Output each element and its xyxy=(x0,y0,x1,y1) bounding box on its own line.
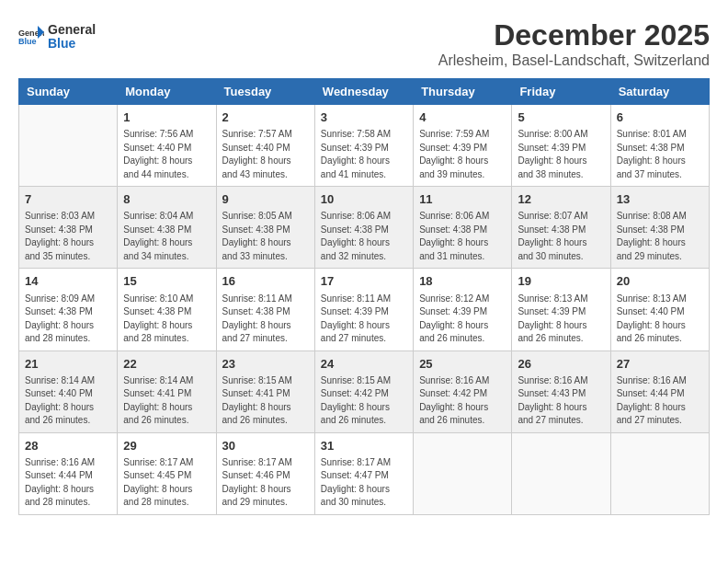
day-info: Sunrise: 8:13 AMSunset: 4:39 PMDaylight:… xyxy=(518,293,604,346)
day-info: Sunrise: 8:04 AMSunset: 4:38 PMDaylight:… xyxy=(123,210,210,263)
day-number: 3 xyxy=(321,109,407,126)
day-number: 29 xyxy=(123,438,210,454)
day-info: Sunrise: 8:06 AMSunset: 4:38 PMDaylight:… xyxy=(419,210,506,263)
day-number: 12 xyxy=(518,191,604,208)
calendar-day-cell: 10Sunrise: 8:06 AMSunset: 4:38 PMDayligh… xyxy=(314,187,413,269)
day-info: Sunrise: 8:00 AMSunset: 4:39 PMDaylight:… xyxy=(518,128,604,181)
day-info: Sunrise: 8:14 AMSunset: 4:40 PMDaylight:… xyxy=(25,374,111,428)
calendar-day-cell: 30Sunrise: 8:17 AMSunset: 4:46 PMDayligh… xyxy=(216,432,314,514)
calendar-day-cell: 18Sunrise: 8:12 AMSunset: 4:39 PMDayligh… xyxy=(414,269,512,350)
day-info: Sunrise: 8:03 AMSunset: 4:38 PMDaylight:… xyxy=(25,210,111,263)
calendar-day-cell: 28Sunrise: 8:16 AMSunset: 4:44 PMDayligh… xyxy=(19,432,118,514)
day-number: 22 xyxy=(123,356,210,373)
calendar-week-row: 7Sunrise: 8:03 AMSunset: 4:38 PMDaylight… xyxy=(19,187,710,269)
calendar-day-cell: 9Sunrise: 8:05 AMSunset: 4:38 PMDaylight… xyxy=(216,187,314,269)
day-info: Sunrise: 7:59 AMSunset: 4:39 PMDaylight:… xyxy=(419,128,506,181)
calendar-day-cell xyxy=(414,432,512,514)
header: General Blue General Blue December 2025 … xyxy=(18,18,710,69)
day-number: 30 xyxy=(222,438,309,454)
calendar-day-header: Wednesday xyxy=(314,79,413,105)
day-info: Sunrise: 8:08 AMSunset: 4:38 PMDaylight:… xyxy=(617,210,703,263)
day-number: 21 xyxy=(25,356,111,373)
day-info: Sunrise: 8:07 AMSunset: 4:38 PMDaylight:… xyxy=(518,210,604,263)
day-number: 13 xyxy=(617,191,703,208)
calendar-day-cell: 29Sunrise: 8:17 AMSunset: 4:45 PMDayligh… xyxy=(118,432,216,514)
day-info: Sunrise: 8:11 AMSunset: 4:38 PMDaylight:… xyxy=(222,293,309,346)
day-info: Sunrise: 8:15 AMSunset: 4:41 PMDaylight:… xyxy=(222,374,309,428)
day-number: 20 xyxy=(617,273,703,290)
calendar-week-row: 21Sunrise: 8:14 AMSunset: 4:40 PMDayligh… xyxy=(19,350,710,432)
logo-blue: Blue xyxy=(48,36,75,51)
calendar-day-cell: 23Sunrise: 8:15 AMSunset: 4:41 PMDayligh… xyxy=(216,350,314,432)
svg-text:Blue: Blue xyxy=(18,38,37,47)
day-info: Sunrise: 7:57 AMSunset: 4:40 PMDaylight:… xyxy=(222,128,309,181)
day-info: Sunrise: 8:16 AMSunset: 4:43 PMDaylight:… xyxy=(518,374,604,428)
calendar-day-cell: 3Sunrise: 7:58 AMSunset: 4:39 PMDaylight… xyxy=(314,105,413,187)
day-info: Sunrise: 8:15 AMSunset: 4:42 PMDaylight:… xyxy=(321,374,407,428)
calendar-day-cell: 27Sunrise: 8:16 AMSunset: 4:44 PMDayligh… xyxy=(610,350,709,432)
day-number: 2 xyxy=(222,109,309,126)
day-info: Sunrise: 8:01 AMSunset: 4:38 PMDaylight:… xyxy=(617,128,703,181)
calendar-day-cell: 15Sunrise: 8:10 AMSunset: 4:38 PMDayligh… xyxy=(118,269,216,350)
calendar-day-cell: 6Sunrise: 8:01 AMSunset: 4:38 PMDaylight… xyxy=(610,105,709,187)
day-number: 19 xyxy=(518,273,604,290)
calendar: SundayMondayTuesdayWednesdayThursdayFrid… xyxy=(18,78,710,515)
day-info: Sunrise: 8:16 AMSunset: 4:44 PMDaylight:… xyxy=(617,374,703,428)
day-info: Sunrise: 8:11 AMSunset: 4:39 PMDaylight:… xyxy=(321,293,407,346)
calendar-header-row: SundayMondayTuesdayWednesdayThursdayFrid… xyxy=(19,79,710,105)
calendar-day-cell: 14Sunrise: 8:09 AMSunset: 4:38 PMDayligh… xyxy=(19,269,118,350)
calendar-day-header: Friday xyxy=(512,79,610,105)
calendar-day-header: Monday xyxy=(118,79,216,105)
day-info: Sunrise: 8:17 AMSunset: 4:47 PMDaylight:… xyxy=(321,456,407,510)
calendar-week-row: 14Sunrise: 8:09 AMSunset: 4:38 PMDayligh… xyxy=(19,269,710,350)
day-number: 31 xyxy=(321,438,407,454)
day-info: Sunrise: 7:58 AMSunset: 4:39 PMDaylight:… xyxy=(321,128,407,181)
day-info: Sunrise: 8:05 AMSunset: 4:38 PMDaylight:… xyxy=(222,210,309,263)
calendar-day-cell: 20Sunrise: 8:13 AMSunset: 4:40 PMDayligh… xyxy=(610,269,709,350)
calendar-day-header: Saturday xyxy=(610,79,709,105)
calendar-day-cell: 26Sunrise: 8:16 AMSunset: 4:43 PMDayligh… xyxy=(512,350,610,432)
page-subtitle: Arlesheim, Basel-Landschaft, Switzerland xyxy=(438,52,710,69)
calendar-day-cell: 17Sunrise: 8:11 AMSunset: 4:39 PMDayligh… xyxy=(314,269,413,350)
day-number: 11 xyxy=(419,191,506,208)
day-number: 26 xyxy=(518,356,604,373)
calendar-day-cell: 22Sunrise: 8:14 AMSunset: 4:41 PMDayligh… xyxy=(118,350,216,432)
day-number: 9 xyxy=(222,191,309,208)
day-number: 4 xyxy=(419,109,506,126)
logo-general: General xyxy=(48,22,96,37)
day-number: 27 xyxy=(617,356,703,373)
calendar-week-row: 28Sunrise: 8:16 AMSunset: 4:44 PMDayligh… xyxy=(19,432,710,514)
day-number: 24 xyxy=(321,356,407,373)
day-number: 1 xyxy=(123,109,210,126)
calendar-day-cell xyxy=(512,432,610,514)
day-number: 28 xyxy=(25,438,111,454)
calendar-day-cell: 1Sunrise: 7:56 AMSunset: 4:40 PMDaylight… xyxy=(118,105,216,187)
day-number: 18 xyxy=(419,273,506,290)
day-number: 5 xyxy=(518,109,604,126)
calendar-day-cell: 8Sunrise: 8:04 AMSunset: 4:38 PMDaylight… xyxy=(118,187,216,269)
day-info: Sunrise: 8:13 AMSunset: 4:40 PMDaylight:… xyxy=(617,293,703,346)
page-title: December 2025 xyxy=(438,18,710,52)
calendar-day-cell xyxy=(19,105,118,187)
day-number: 25 xyxy=(419,356,506,373)
calendar-day-cell: 13Sunrise: 8:08 AMSunset: 4:38 PMDayligh… xyxy=(610,187,709,269)
day-info: Sunrise: 8:06 AMSunset: 4:38 PMDaylight:… xyxy=(321,210,407,263)
day-info: Sunrise: 8:16 AMSunset: 4:44 PMDaylight:… xyxy=(25,456,111,510)
day-number: 10 xyxy=(321,191,407,208)
calendar-day-cell: 25Sunrise: 8:16 AMSunset: 4:42 PMDayligh… xyxy=(414,350,512,432)
day-number: 8 xyxy=(123,191,210,208)
calendar-day-cell: 5Sunrise: 8:00 AMSunset: 4:39 PMDaylight… xyxy=(512,105,610,187)
calendar-day-cell: 2Sunrise: 7:57 AMSunset: 4:40 PMDaylight… xyxy=(216,105,314,187)
calendar-day-cell: 24Sunrise: 8:15 AMSunset: 4:42 PMDayligh… xyxy=(314,350,413,432)
day-number: 17 xyxy=(321,273,407,290)
calendar-day-header: Sunday xyxy=(19,79,118,105)
calendar-day-cell: 19Sunrise: 8:13 AMSunset: 4:39 PMDayligh… xyxy=(512,269,610,350)
calendar-day-cell: 7Sunrise: 8:03 AMSunset: 4:38 PMDaylight… xyxy=(19,187,118,269)
calendar-day-cell: 11Sunrise: 8:06 AMSunset: 4:38 PMDayligh… xyxy=(414,187,512,269)
day-info: Sunrise: 8:17 AMSunset: 4:46 PMDaylight:… xyxy=(222,456,309,510)
day-info: Sunrise: 8:12 AMSunset: 4:39 PMDaylight:… xyxy=(419,293,506,346)
calendar-day-cell xyxy=(610,432,709,514)
day-info: Sunrise: 7:56 AMSunset: 4:40 PMDaylight:… xyxy=(123,128,210,181)
logo: General Blue General Blue xyxy=(18,23,96,52)
day-info: Sunrise: 8:14 AMSunset: 4:41 PMDaylight:… xyxy=(123,374,210,428)
